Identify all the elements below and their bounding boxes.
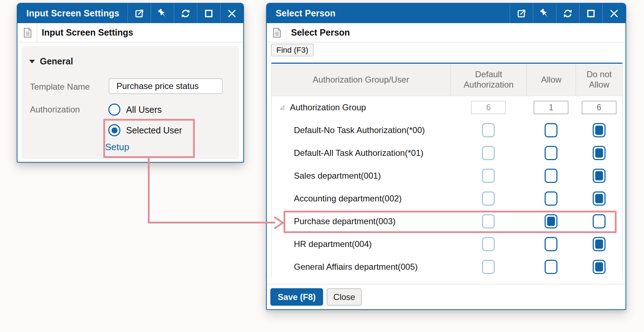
default-authorization-checkbox[interactable]	[482, 260, 495, 274]
column-header-authorization-group-user: Authorization Group/User	[271, 64, 450, 96]
group-row-label: Authorization Group	[290, 102, 366, 112]
select-person-dialog: Select Person	[266, 3, 626, 310]
maximize-icon[interactable]	[197, 4, 220, 23]
annotation-arrow-vertical	[148, 157, 150, 223]
template-name-label: Template Name	[30, 82, 90, 92]
right-dialog-header: Select Person	[267, 23, 625, 42]
do-not-allow-checkbox[interactable]	[593, 191, 606, 206]
default-authorization-count: 6	[471, 101, 506, 114]
default-authorization-checkbox[interactable]	[482, 214, 495, 228]
default-authorization-checkbox[interactable]	[482, 123, 495, 137]
refresh-icon[interactable]	[174, 4, 197, 23]
header-divider	[286, 23, 286, 42]
refresh-icon[interactable]	[556, 4, 579, 23]
do-not-allow-checkbox[interactable]	[593, 214, 606, 228]
authorization-table: Authorization Group/User Default Authori…	[271, 63, 623, 278]
save-button[interactable]: Save (F8)	[270, 288, 323, 306]
table-row-purchase-department: Purchase department(003)	[271, 210, 622, 233]
right-dialog-titlebar[interactable]: Select Person	[267, 4, 625, 23]
template-name-input[interactable]	[109, 78, 223, 94]
row-label: General Affiairs department(005)	[271, 262, 451, 272]
row-label: HR department(004)	[271, 239, 451, 249]
authorization-option-all-users[interactable]: All Users	[108, 104, 162, 116]
column-header-do-not-allow: Do not Allow	[576, 64, 622, 96]
close-icon[interactable]	[602, 4, 625, 23]
table-header-row: Authorization Group/User Default Authori…	[271, 63, 622, 96]
allow-checkbox[interactable]	[545, 260, 557, 274]
open-in-new-window-icon[interactable]	[510, 4, 533, 23]
general-section-label: General	[40, 56, 73, 67]
document-icon	[272, 28, 281, 38]
table-row: General Affiairs department(005)	[271, 255, 622, 278]
table-group-row: Authorization Group 6 1 6	[271, 96, 622, 119]
authorization-option-selected-user[interactable]: Selected User	[108, 124, 182, 136]
default-authorization-checkbox[interactable]	[482, 146, 495, 160]
allow-checkbox[interactable]	[545, 214, 557, 228]
default-authorization-checkbox[interactable]	[482, 169, 495, 183]
row-label: Purchase department(003)	[271, 216, 451, 226]
close-button[interactable]: Close	[327, 288, 362, 306]
do-not-allow-checkbox[interactable]	[593, 237, 606, 251]
allow-checkbox[interactable]	[545, 123, 557, 137]
column-header-default-authorization: Default Authorization	[450, 64, 526, 96]
tree-collapse-icon[interactable]	[280, 102, 285, 112]
close-icon[interactable]	[220, 4, 243, 23]
pin-icon[interactable]	[533, 4, 556, 23]
document-icon	[23, 28, 32, 38]
allow-checkbox[interactable]	[545, 146, 557, 160]
right-dialog-header-title: Select Person	[291, 27, 350, 38]
pin-icon[interactable]	[151, 4, 174, 23]
setup-link[interactable]: Setup	[105, 142, 129, 153]
left-dialog-header-title: Input Screen Settings	[42, 27, 133, 38]
allow-count: 1	[534, 101, 568, 114]
row-label: Default-No Task Authorization(*00)	[271, 125, 451, 135]
open-in-new-window-icon[interactable]	[128, 4, 151, 23]
do-not-allow-checkbox[interactable]	[593, 260, 606, 274]
left-dialog-titlebar[interactable]: Input Screen Settings	[17, 4, 243, 23]
allow-checkbox[interactable]	[545, 237, 557, 251]
table-row: Sales department(001)	[271, 164, 622, 187]
selected-user-radio[interactable]	[108, 124, 120, 136]
right-dialog-title: Select Person	[267, 4, 510, 23]
authorization-label: Authorization	[30, 105, 80, 115]
left-dialog-title: Input Screen Settings	[17, 4, 128, 23]
footer-divider	[267, 284, 625, 284]
maximize-icon[interactable]	[579, 4, 602, 23]
all-users-label: All Users	[126, 105, 162, 115]
do-not-allow-checkbox[interactable]	[593, 146, 606, 160]
default-authorization-checkbox[interactable]	[482, 237, 495, 251]
header-divider	[37, 23, 37, 42]
default-authorization-checkbox[interactable]	[482, 191, 495, 206]
all-users-radio[interactable]	[108, 104, 120, 116]
table-row: Accounting department(002)	[271, 187, 622, 210]
row-label: Sales department(001)	[271, 171, 451, 181]
input-screen-settings-dialog: Input Screen Settings	[17, 3, 244, 163]
selected-user-label: Selected User	[126, 125, 182, 136]
row-label: Accounting department(002)	[271, 194, 451, 204]
general-section-toggle[interactable]: General	[29, 56, 73, 67]
collapse-triangle-icon	[29, 60, 35, 63]
find-button[interactable]: Find (F3)	[271, 44, 313, 56]
row-label: Default-All Task Authorization(*01)	[271, 148, 451, 158]
do-not-allow-checkbox[interactable]	[593, 123, 606, 137]
table-row: Default-All Task Authorization(*01)	[271, 142, 622, 164]
allow-checkbox[interactable]	[545, 191, 557, 206]
general-panel: General Template Name Authorization All …	[22, 46, 239, 159]
allow-checkbox[interactable]	[545, 169, 557, 183]
column-header-allow: Allow	[526, 64, 576, 96]
table-row: HR department(004)	[271, 233, 622, 255]
left-dialog-header: Input Screen Settings	[17, 23, 243, 42]
table-row: Default-No Task Authorization(*00)	[271, 119, 622, 142]
do-not-allow-count: 6	[582, 101, 617, 114]
screenshot-stage: Input Screen Settings	[0, 0, 644, 332]
annotation-arrow-horizontal	[148, 222, 275, 223]
do-not-allow-checkbox[interactable]	[593, 169, 606, 183]
